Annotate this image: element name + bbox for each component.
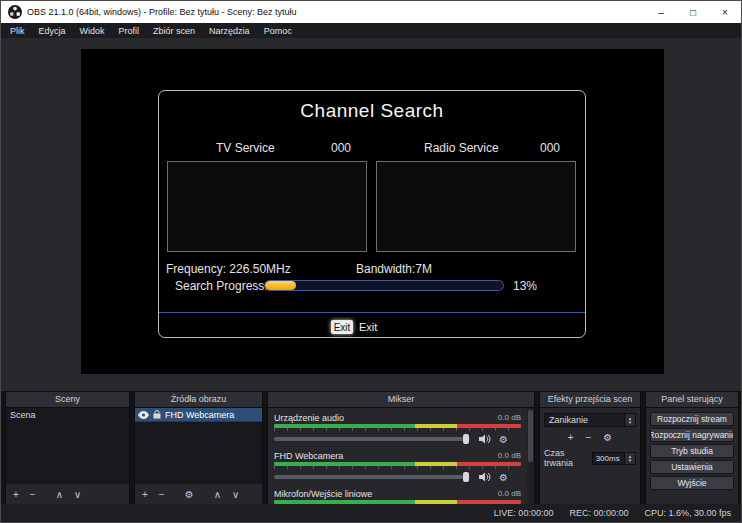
sources-panel-title: Źródła obrazu (135, 392, 262, 408)
remove-scene-button[interactable]: − (30, 489, 36, 500)
mixer-panel-title: Mikser (268, 392, 534, 408)
transition-properties-button[interactable]: ⚙ (603, 432, 612, 443)
menu-plik[interactable]: Plik (3, 23, 32, 38)
scenes-list: Scena (6, 408, 129, 484)
source-down-button[interactable]: ∨ (232, 489, 239, 500)
tv-service-list (167, 161, 367, 252)
transitions-panel: Efekty przejścia scen Zanikanie ▴▾ + − ⚙… (539, 391, 641, 506)
remove-transition-button[interactable]: − (586, 432, 592, 443)
menu-pomoc[interactable]: Pomoc (257, 23, 299, 38)
remove-source-button[interactable]: − (159, 489, 165, 500)
frequency-value: Frequency: 226.50MHz (166, 262, 291, 276)
menu-edycja[interactable]: Edycja (32, 23, 73, 38)
channel-search-dialog: Channel Search TV Service 000 Radio Serv… (158, 90, 586, 338)
mixer-panel: Mikser Urządzenie audio 0.0 dB (267, 391, 535, 506)
menu-zbior-scen[interactable]: Zbiór scen (146, 23, 202, 38)
search-progress-label: Search Progress: (175, 279, 268, 293)
titlebar: OBS 21.1.0 (64bit, windows) - Profile: B… (1, 1, 741, 23)
volume-meter-scale (274, 466, 521, 469)
lock-icon[interactable] (153, 410, 161, 419)
source-item-selected[interactable]: FHD Webcamera (135, 408, 262, 422)
speaker-icon[interactable] (479, 472, 491, 482)
exit-button-highlight: Exit (331, 320, 353, 334)
scene-up-button[interactable]: ∧ (56, 489, 63, 500)
menu-bar: Plik Edycja Widok Profil Zbiór scen Narz… (1, 23, 741, 38)
scene-down-button[interactable]: ∨ (74, 489, 81, 500)
radio-service-count: 000 (540, 141, 560, 155)
volume-slider[interactable] (274, 437, 470, 441)
sources-panel: Źródła obrazu FHD (134, 391, 263, 506)
volume-slider[interactable] (274, 475, 470, 479)
live-time: LIVE: 00:00:00 (494, 508, 554, 518)
scenes-toolbar: + − ∧ ∨ (6, 484, 129, 505)
studio-mode-button[interactable]: Tryb studia (650, 444, 734, 458)
volume-slider-handle[interactable] (463, 472, 469, 482)
volume-slider-handle[interactable] (463, 434, 469, 444)
search-progress-percent: 13% (513, 279, 537, 293)
obs-window: OBS 21.1.0 (64bit, windows) - Profile: B… (0, 0, 742, 523)
tv-service-count: 000 (331, 141, 351, 155)
source-properties-button[interactable]: ⚙ (185, 489, 194, 500)
window-title: OBS 21.1.0 (64bit, windows) - Profile: B… (27, 7, 297, 17)
scenes-panel: Sceny Scena + − ∧ ∨ (5, 391, 130, 506)
settings-button[interactable]: Ustawienia (650, 460, 734, 474)
bandwidth-value: Bandwidth:7M (356, 262, 432, 276)
menu-widok[interactable]: Widok (73, 23, 112, 38)
menu-profil[interactable]: Profil (112, 23, 147, 38)
mixer-scrollbar[interactable] (527, 408, 534, 505)
controls-panel: Panel sterujący Rozpocznij stream Rozpoc… (645, 391, 739, 506)
add-transition-button[interactable]: + (568, 432, 574, 443)
visibility-eye-icon[interactable] (138, 411, 149, 419)
mixer-gear-icon[interactable]: ⚙ (499, 434, 508, 445)
rec-time: REC: 00:00:00 (569, 508, 628, 518)
start-streaming-button[interactable]: Rozpocznij stream (650, 412, 734, 426)
sources-toolbar: + − ⚙ ∧ ∨ (135, 484, 262, 505)
preview-canvas[interactable]: Channel Search TV Service 000 Radio Serv… (81, 49, 664, 374)
source-up-button[interactable]: ∧ (214, 489, 221, 500)
dock-area: Sceny Scena + − ∧ ∨ Źródła obrazu (1, 391, 741, 506)
exit-label: Exit (359, 321, 377, 333)
add-scene-button[interactable]: + (13, 489, 19, 500)
radio-service-list (376, 161, 576, 252)
transition-duration-value: 300ms (596, 454, 620, 463)
window-controls: – □ × (645, 1, 741, 23)
search-progress-bar (264, 280, 504, 291)
mixer-channel-db: 0.0 dB (498, 489, 521, 498)
minimize-button[interactable]: – (645, 1, 677, 23)
menu-narzedzia[interactable]: Narzędzia (202, 23, 257, 38)
transition-duration-input[interactable]: 300ms ▴▾ (592, 452, 636, 465)
transition-select[interactable]: Zanikanie ▴▾ (544, 413, 636, 427)
scene-item[interactable]: Scena (6, 408, 129, 422)
maximize-button[interactable]: □ (677, 1, 709, 23)
mixer-gear-icon[interactable]: ⚙ (499, 472, 508, 483)
mixer-channel-microphone: Mikrofon/Wejście liniowe 0.0 dB (268, 488, 527, 505)
obs-logo-icon[interactable] (8, 5, 22, 19)
transitions-panel-title: Efekty przejścia scen (540, 392, 640, 408)
cpu-fps: CPU: 1.6%, 30.00 fps (644, 508, 731, 518)
controls-panel-title: Panel sterujący (646, 392, 738, 408)
add-source-button[interactable]: + (142, 489, 148, 500)
transition-selected-value: Zanikanie (549, 415, 588, 425)
mixer-channel-db: 0.0 dB (498, 451, 521, 460)
duration-label: Czas trwania (544, 448, 592, 468)
mixer-channel-webcam: FHD Webcamera 0.0 dB (268, 450, 527, 488)
mixer-channel-name: FHD Webcamera (274, 451, 343, 461)
sources-list: FHD Webcamera (135, 408, 262, 484)
mixer-channel-name: Urządzenie audio (274, 413, 344, 423)
exit-app-button[interactable]: Wyjście (650, 476, 734, 490)
radio-service-label: Radio Service (424, 141, 499, 155)
speaker-icon[interactable] (479, 434, 491, 444)
mixer-scrollbar-thumb[interactable] (528, 410, 533, 462)
start-recording-button[interactable]: Rozpocznij nagrywanie (650, 428, 734, 442)
mixer-channel-db: 0.0 dB (498, 413, 521, 422)
close-button[interactable]: × (709, 1, 741, 23)
source-item-label: FHD Webcamera (165, 410, 234, 420)
tv-service-label: TV Service (216, 141, 275, 155)
controls-body: Rozpocznij stream Rozpocznij nagrywanie … (646, 408, 738, 505)
spinbox-arrows-icon[interactable]: ▴▾ (624, 453, 635, 464)
scenes-panel-title: Sceny (6, 392, 129, 408)
main-area: Channel Search TV Service 000 Radio Serv… (1, 38, 741, 391)
transitions-toolbar: + − ⚙ (544, 432, 636, 443)
transitions-body: Zanikanie ▴▾ + − ⚙ Czas trwania 300ms ▴▾ (540, 408, 640, 505)
combo-arrows-icon[interactable]: ▴▾ (624, 414, 635, 426)
